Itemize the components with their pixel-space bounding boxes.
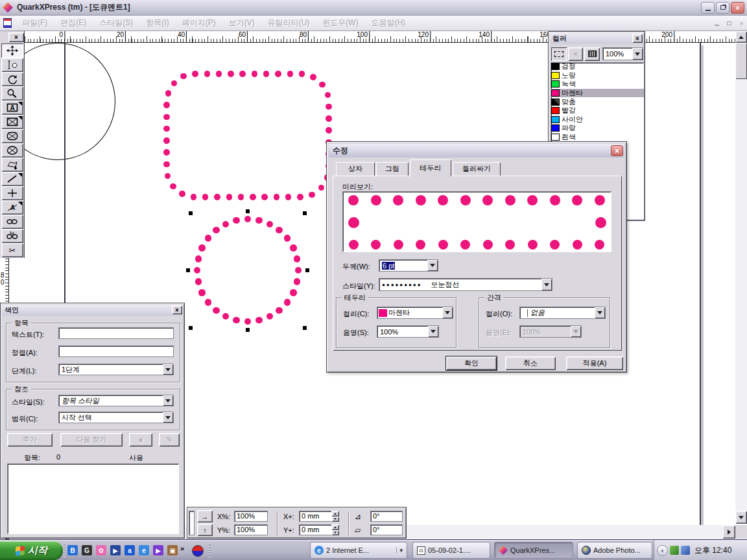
taskbar-button-2[interactable]: QuarkXPres... — [494, 542, 573, 559]
color-row-마젠타[interactable]: 마젠타 — [551, 89, 644, 98]
taskbar-button-1[interactable]: G05-09-02-1.... — [412, 542, 490, 559]
rotation-tool[interactable] — [1, 72, 23, 86]
entry-level-combo[interactable]: 1단계 — [58, 364, 174, 375]
selection-handle[interactable] — [246, 328, 250, 332]
ref-scope-combo[interactable]: 시작 선택 — [58, 412, 174, 423]
restore-button[interactable] — [716, 2, 729, 14]
quick-launch-overflow[interactable]: » — [180, 544, 184, 552]
document-icon[interactable] — [3, 18, 12, 28]
taskbar-button-3[interactable]: Adobe Photo... — [577, 542, 652, 559]
x-scale-input[interactable]: 100% — [234, 511, 268, 522]
add-entry-button[interactable]: 추가 — [7, 433, 53, 447]
rectangle-picture-box-tool[interactable] — [1, 115, 23, 129]
selection-handle[interactable] — [246, 209, 250, 213]
line-tool[interactable] — [1, 172, 23, 186]
apply-button[interactable]: 적용(A) — [566, 356, 623, 370]
tray-person-icon[interactable] — [670, 546, 679, 555]
tab-box[interactable]: 상자 — [336, 162, 375, 176]
selection-handle[interactable] — [186, 268, 190, 272]
text-path-tool[interactable]: A — [1, 200, 23, 215]
flip-vertical-button[interactable]: ↑ — [197, 524, 213, 536]
vertical-scroll-thumb[interactable] — [735, 43, 747, 79]
menu-item-6[interactable]: 유틸리티(U) — [261, 18, 316, 29]
tab-picture[interactable]: 그림 — [376, 162, 409, 176]
selection-handle[interactable] — [303, 211, 307, 215]
menu-item-3[interactable]: 항목(I) — [139, 18, 175, 29]
skew-input[interactable]: 0° — [370, 524, 403, 535]
color-shade-combo[interactable]: 100% — [602, 47, 643, 60]
ref-style-dropdown[interactable] — [163, 395, 173, 406]
color-row-사이안[interactable]: 사이안 — [551, 115, 644, 124]
menu-item-2[interactable]: 스타일(S) — [93, 18, 139, 29]
delete-entry-button[interactable]: × — [129, 433, 152, 447]
edit-entry-button[interactable]: ✎ — [159, 433, 180, 447]
entry-text-input[interactable] — [58, 327, 174, 339]
tab-runaround[interactable]: 둘러싸기 — [453, 162, 501, 176]
minimize-button[interactable] — [701, 2, 715, 14]
index-palette-close-button[interactable]: × — [172, 305, 182, 314]
y-offset-spinner[interactable] — [331, 524, 339, 535]
scroll-right-button[interactable] — [722, 525, 735, 539]
quick-launch-flower-icon[interactable]: ✿ — [96, 545, 106, 555]
oval-picture-box-tool[interactable] — [1, 143, 23, 158]
menu-item-4[interactable]: 페이지(P) — [176, 18, 222, 29]
orthogonal-line-tool[interactable] — [1, 186, 23, 200]
text-box-tool[interactable]: A — [1, 100, 23, 115]
ok-button[interactable]: 확인 — [446, 356, 497, 370]
bezier-picture-box-tool[interactable] — [1, 158, 23, 172]
ref-scope-dropdown[interactable] — [163, 412, 173, 423]
find-next-button[interactable]: 다음 찾기 — [60, 433, 123, 447]
menu-item-1[interactable]: 편집(E) — [54, 18, 93, 29]
start-button[interactable]: 시작 — [0, 541, 63, 560]
taskbar-button-dropdown-icon[interactable]: ▾ — [396, 547, 403, 554]
menu-item-8[interactable]: 도움말(H) — [365, 18, 412, 29]
y-scale-input[interactable]: 100% — [234, 524, 268, 535]
move-tool[interactable] — [1, 43, 23, 58]
colors-palette-close-button[interactable]: × — [632, 34, 643, 43]
entry-level-dropdown[interactable] — [163, 364, 173, 375]
quick-launch-ie-icon[interactable]: e — [139, 545, 149, 555]
close-button[interactable]: × — [731, 2, 744, 14]
korean-ime-icon[interactable] — [192, 545, 204, 557]
entry-sort-input[interactable] — [58, 345, 174, 357]
frame-mode-button[interactable] — [551, 47, 567, 61]
unlink-tool[interactable] — [1, 229, 23, 243]
index-entry-list[interactable] — [7, 463, 179, 534]
color-row-흰색[interactable]: 흰색 — [551, 133, 644, 142]
flip-horizontal-button[interactable]: → — [197, 510, 213, 522]
menu-item-7[interactable]: 윈도우(W) — [316, 18, 364, 29]
color-row-빨강[interactable]: 빨강 — [551, 106, 644, 115]
color-row-파랑[interactable]: 파랑 — [551, 124, 644, 133]
vertical-scrollbar[interactable] — [735, 43, 747, 511]
ref-style-combo[interactable]: 항목 스타일 — [58, 395, 174, 406]
modify-dialog-titlebar[interactable]: 수정 × — [329, 144, 624, 158]
cancel-button[interactable]: 취소 — [505, 356, 556, 370]
zoom-tool[interactable] — [1, 86, 23, 100]
selection-handle[interactable] — [189, 326, 193, 330]
menu-item-5[interactable]: 보기(V) — [222, 18, 261, 29]
quick-launch-photo-icon[interactable]: ▣ — [167, 545, 178, 555]
selection-handle[interactable] — [189, 211, 193, 215]
color-shade-dropdown[interactable] — [632, 48, 643, 60]
quick-launch-player-icon[interactable]: ▶ — [153, 545, 163, 555]
taskbar-button-0[interactable]: e2 Internet E...▾ — [310, 542, 407, 559]
color-row-검정[interactable]: 검정 — [551, 62, 644, 71]
quick-launch-acdsee-icon[interactable]: G — [82, 545, 92, 555]
fill-mode-button[interactable] — [584, 47, 600, 61]
scroll-up-button[interactable] — [735, 31, 747, 43]
quick-launch-media-icon[interactable]: ▶ — [110, 545, 121, 555]
x-offset-spinner[interactable] — [331, 511, 339, 522]
selection-handle[interactable] — [305, 268, 309, 272]
item-tool[interactable] — [1, 58, 23, 72]
quick-launch-a-icon[interactable]: a — [124, 545, 135, 555]
color-row-맞춤[interactable]: 맞춤 — [551, 97, 644, 106]
rotation-input[interactable]: 0° — [370, 511, 403, 522]
tray-network-icon[interactable] — [681, 546, 690, 555]
color-row-노랑[interactable]: 노랑 — [551, 71, 644, 80]
tray-chevron-icon[interactable]: ‹ — [657, 545, 668, 556]
quick-launch-outlook-icon[interactable]: B — [67, 545, 78, 555]
rounded-picture-box-tool[interactable] — [1, 129, 23, 143]
colors-palette-titlebar[interactable]: 컬러 — [550, 33, 643, 44]
color-row-녹색[interactable]: 녹색 — [551, 80, 644, 89]
index-palette-titlebar[interactable]: 색인 — [2, 305, 183, 316]
